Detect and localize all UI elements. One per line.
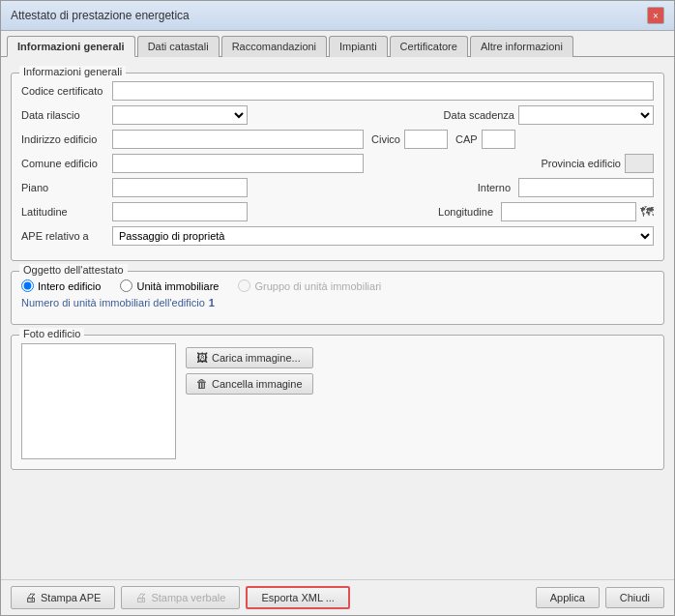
input-piano[interactable] bbox=[112, 178, 248, 197]
tab-altre-informazioni[interactable]: Altre informazioni bbox=[470, 36, 573, 57]
group-informazioni-generali: Informazioni generali Codice certificato… bbox=[11, 73, 664, 261]
title-bar: Attestato di prestazione energetica × bbox=[1, 1, 674, 31]
content-area: Informazioni generali Codice certificato… bbox=[1, 57, 674, 579]
row-num-unita: Numero di unità immobiliari dell'edifici… bbox=[21, 297, 654, 308]
esporta-xml-button[interactable]: Esporta XML ... bbox=[246, 586, 349, 609]
input-indirizzo[interactable] bbox=[112, 130, 364, 149]
row-codice-certificato: Codice certificato bbox=[21, 81, 654, 101]
stampa-verbale-label: Stampa verbale bbox=[151, 592, 225, 603]
label-civico: Civico bbox=[371, 133, 400, 145]
bottom-bar: 🖨 Stampa APE 🖨 Stampa verbale Esporta XM… bbox=[1, 579, 674, 615]
input-provincia[interactable] bbox=[625, 154, 654, 173]
row-latitudine: Latitudine Longitudine 🗺 bbox=[21, 202, 654, 221]
printer-icon-ape: 🖨 bbox=[25, 591, 37, 604]
tab-dati-catastali[interactable]: Dati catastali bbox=[137, 36, 220, 57]
row-piano: Piano Interno bbox=[21, 178, 654, 197]
label-piano: Piano bbox=[21, 182, 108, 193]
label-gruppo-unita: Gruppo di unità immobiliari bbox=[254, 280, 381, 292]
group-oggetto-attestato: Oggetto dell'attestato Intero edificio U… bbox=[11, 271, 664, 325]
value-num-unita: 1 bbox=[209, 297, 215, 308]
input-cap[interactable] bbox=[482, 130, 515, 149]
foto-area: 🖼 Carica immagine... 🗑 Cancella immagine bbox=[21, 343, 654, 459]
radio-gruppo-unita[interactable]: Gruppo di unità immobiliari bbox=[238, 279, 381, 292]
radio-intero-edificio[interactable]: Intero edificio bbox=[21, 279, 101, 292]
label-intero-edificio: Intero edificio bbox=[38, 280, 101, 292]
label-indirizzo: Indirizzo edificio bbox=[21, 133, 108, 145]
foto-preview bbox=[21, 343, 176, 459]
group-title-foto: Foto edificio bbox=[19, 328, 84, 339]
select-data-scadenza[interactable] bbox=[518, 105, 654, 125]
label-data-scadenza: Data scadenza bbox=[444, 109, 514, 121]
label-interno: Interno bbox=[478, 182, 511, 193]
row-indirizzo: Indirizzo edificio Civico CAP bbox=[21, 130, 654, 149]
row-comune: Comune edificio Provincia edificio bbox=[21, 154, 654, 173]
label-unita-immobiliare: Unità immobiliare bbox=[136, 280, 219, 292]
group-title-oggetto: Oggetto dell'attestato bbox=[19, 264, 128, 276]
row-ape: APE relativo a Passaggio di proprietà bbox=[21, 226, 654, 246]
label-num-unita: Numero di unità immobiliari dell'edifici… bbox=[21, 297, 205, 308]
cancella-immagine-button[interactable]: 🗑 Cancella immagine bbox=[186, 373, 313, 395]
label-longitudine: Longitudine bbox=[438, 206, 493, 218]
main-window: Attestato di prestazione energetica × In… bbox=[0, 0, 675, 616]
cancella-label: Cancella immagine bbox=[212, 378, 303, 390]
stampa-ape-button[interactable]: 🖨 Stampa APE bbox=[11, 586, 115, 609]
stampa-ape-label: Stampa APE bbox=[41, 592, 101, 603]
input-codice-certificato[interactable] bbox=[112, 81, 654, 101]
tabs-container: Informazioni generali Dati catastali Rac… bbox=[1, 31, 674, 57]
input-comune[interactable] bbox=[112, 154, 364, 173]
select-ape[interactable]: Passaggio di proprietà bbox=[112, 226, 654, 246]
applica-button[interactable]: Applica bbox=[536, 587, 600, 608]
tab-informazioni-generali[interactable]: Informazioni generali bbox=[7, 36, 135, 57]
row-radio-buttons: Intero edificio Unità immobiliare Gruppo… bbox=[21, 279, 654, 292]
row-date: Data rilascio Data scadenza bbox=[21, 105, 654, 125]
bottom-left-buttons: 🖨 Stampa APE 🖨 Stampa verbale Esporta XM… bbox=[11, 586, 350, 609]
group-foto-edificio: Foto edificio 🖼 Carica immagine... 🗑 Can… bbox=[11, 335, 664, 470]
input-longitudine[interactable] bbox=[501, 202, 636, 221]
tab-certificatore[interactable]: Certificatore bbox=[390, 36, 468, 57]
printer-icon-verbale: 🖨 bbox=[135, 591, 147, 604]
chiudi-label: Chiudi bbox=[620, 592, 650, 603]
input-interno[interactable] bbox=[518, 178, 654, 197]
radio-unita-immobiliare[interactable]: Unità immobiliare bbox=[120, 279, 219, 292]
stampa-verbale-button[interactable]: 🖨 Stampa verbale bbox=[121, 586, 240, 609]
tab-impianti[interactable]: Impianti bbox=[329, 36, 388, 57]
label-comune: Comune edificio bbox=[21, 158, 108, 169]
input-civico[interactable] bbox=[404, 130, 448, 149]
close-button[interactable]: × bbox=[647, 7, 664, 24]
chiudi-button[interactable]: Chiudi bbox=[605, 587, 664, 608]
label-provincia: Provincia edificio bbox=[541, 158, 621, 169]
label-data-rilascio: Data rilascio bbox=[21, 109, 108, 121]
map-icon[interactable]: 🗺 bbox=[640, 204, 654, 220]
label-latitudine: Latitudine bbox=[21, 206, 108, 218]
applica-label: Applica bbox=[550, 592, 585, 603]
esporta-xml-label: Esporta XML ... bbox=[261, 592, 334, 603]
label-ape: APE relativo a bbox=[21, 230, 108, 242]
label-cap: CAP bbox=[455, 133, 478, 145]
trash-icon: 🗑 bbox=[196, 377, 208, 391]
carica-label: Carica immagine... bbox=[212, 352, 301, 364]
group-title-informazioni: Informazioni generali bbox=[19, 66, 126, 77]
image-icon: 🖼 bbox=[196, 351, 208, 365]
bottom-right-buttons: Applica Chiudi bbox=[536, 587, 664, 608]
foto-buttons: 🖼 Carica immagine... 🗑 Cancella immagine bbox=[186, 343, 313, 395]
tab-raccomandazioni[interactable]: Raccomandazioni bbox=[221, 36, 327, 57]
label-codice-certificato: Codice certificato bbox=[21, 85, 108, 97]
carica-immagine-button[interactable]: 🖼 Carica immagine... bbox=[186, 347, 313, 368]
window-title: Attestato di prestazione energetica bbox=[11, 9, 190, 22]
select-data-rilascio[interactable] bbox=[112, 105, 248, 125]
input-latitudine[interactable] bbox=[112, 202, 248, 221]
